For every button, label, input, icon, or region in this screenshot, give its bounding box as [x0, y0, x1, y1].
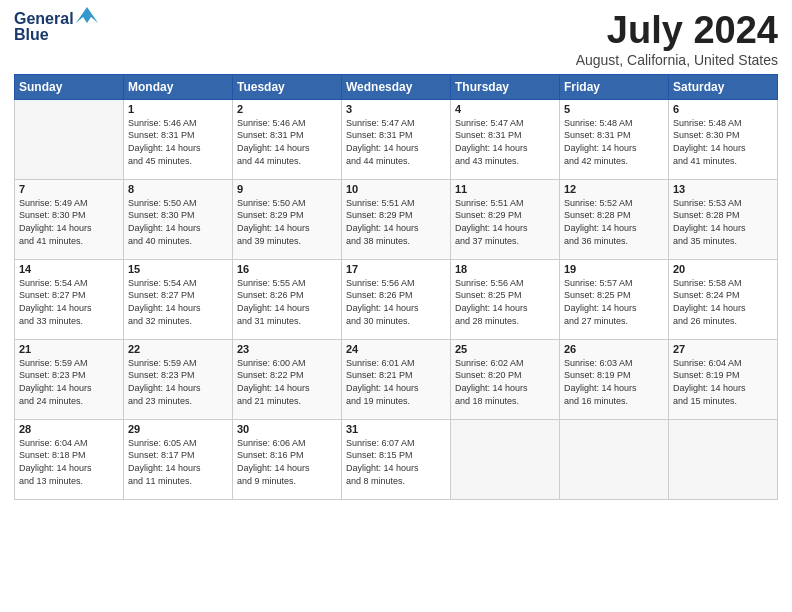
day-number: 15 [128, 263, 228, 275]
day-number: 21 [19, 343, 119, 355]
calendar-cell: 30Sunrise: 6:06 AMSunset: 8:16 PMDayligh… [233, 419, 342, 499]
day-number: 23 [237, 343, 337, 355]
calendar-cell: 6Sunrise: 5:48 AMSunset: 8:30 PMDaylight… [669, 99, 778, 179]
day-info: Sunrise: 5:59 AMSunset: 8:23 PMDaylight:… [128, 357, 228, 407]
logo-bird-icon [76, 7, 98, 23]
calendar-cell: 11Sunrise: 5:51 AMSunset: 8:29 PMDayligh… [451, 179, 560, 259]
day-number: 9 [237, 183, 337, 195]
day-number: 2 [237, 103, 337, 115]
day-number: 4 [455, 103, 555, 115]
calendar-cell: 19Sunrise: 5:57 AMSunset: 8:25 PMDayligh… [560, 259, 669, 339]
calendar-table: Sunday Monday Tuesday Wednesday Thursday… [14, 74, 778, 500]
day-info: Sunrise: 5:51 AMSunset: 8:29 PMDaylight:… [346, 197, 446, 247]
calendar-cell: 27Sunrise: 6:04 AMSunset: 8:19 PMDayligh… [669, 339, 778, 419]
calendar-cell: 23Sunrise: 6:00 AMSunset: 8:22 PMDayligh… [233, 339, 342, 419]
day-info: Sunrise: 5:54 AMSunset: 8:27 PMDaylight:… [128, 277, 228, 327]
calendar-cell: 17Sunrise: 5:56 AMSunset: 8:26 PMDayligh… [342, 259, 451, 339]
calendar-week-3: 14Sunrise: 5:54 AMSunset: 8:27 PMDayligh… [15, 259, 778, 339]
day-info: Sunrise: 5:50 AMSunset: 8:30 PMDaylight:… [128, 197, 228, 247]
calendar-cell: 12Sunrise: 5:52 AMSunset: 8:28 PMDayligh… [560, 179, 669, 259]
day-number: 27 [673, 343, 773, 355]
day-number: 1 [128, 103, 228, 115]
day-info: Sunrise: 6:07 AMSunset: 8:15 PMDaylight:… [346, 437, 446, 487]
day-info: Sunrise: 6:06 AMSunset: 8:16 PMDaylight:… [237, 437, 337, 487]
day-number: 8 [128, 183, 228, 195]
calendar-cell: 14Sunrise: 5:54 AMSunset: 8:27 PMDayligh… [15, 259, 124, 339]
calendar-cell: 24Sunrise: 6:01 AMSunset: 8:21 PMDayligh… [342, 339, 451, 419]
day-number: 17 [346, 263, 446, 275]
svg-marker-0 [76, 7, 98, 23]
day-number: 3 [346, 103, 446, 115]
day-info: Sunrise: 5:48 AMSunset: 8:30 PMDaylight:… [673, 117, 773, 167]
col-friday: Friday [560, 74, 669, 99]
calendar-cell: 8Sunrise: 5:50 AMSunset: 8:30 PMDaylight… [124, 179, 233, 259]
calendar-cell: 4Sunrise: 5:47 AMSunset: 8:31 PMDaylight… [451, 99, 560, 179]
calendar-week-4: 21Sunrise: 5:59 AMSunset: 8:23 PMDayligh… [15, 339, 778, 419]
calendar-cell: 1Sunrise: 5:46 AMSunset: 8:31 PMDaylight… [124, 99, 233, 179]
day-number: 28 [19, 423, 119, 435]
day-info: Sunrise: 5:56 AMSunset: 8:25 PMDaylight:… [455, 277, 555, 327]
calendar-cell: 15Sunrise: 5:54 AMSunset: 8:27 PMDayligh… [124, 259, 233, 339]
calendar-cell: 31Sunrise: 6:07 AMSunset: 8:15 PMDayligh… [342, 419, 451, 499]
day-info: Sunrise: 6:01 AMSunset: 8:21 PMDaylight:… [346, 357, 446, 407]
day-number: 25 [455, 343, 555, 355]
day-info: Sunrise: 5:53 AMSunset: 8:28 PMDaylight:… [673, 197, 773, 247]
day-number: 6 [673, 103, 773, 115]
day-number: 11 [455, 183, 555, 195]
col-monday: Monday [124, 74, 233, 99]
day-info: Sunrise: 5:52 AMSunset: 8:28 PMDaylight:… [564, 197, 664, 247]
day-number: 12 [564, 183, 664, 195]
calendar-cell: 26Sunrise: 6:03 AMSunset: 8:19 PMDayligh… [560, 339, 669, 419]
calendar-cell: 13Sunrise: 5:53 AMSunset: 8:28 PMDayligh… [669, 179, 778, 259]
day-info: Sunrise: 5:58 AMSunset: 8:24 PMDaylight:… [673, 277, 773, 327]
col-tuesday: Tuesday [233, 74, 342, 99]
calendar-cell [560, 419, 669, 499]
day-info: Sunrise: 6:05 AMSunset: 8:17 PMDaylight:… [128, 437, 228, 487]
calendar-cell [669, 419, 778, 499]
day-info: Sunrise: 5:49 AMSunset: 8:30 PMDaylight:… [19, 197, 119, 247]
col-sunday: Sunday [15, 74, 124, 99]
day-number: 30 [237, 423, 337, 435]
day-info: Sunrise: 5:59 AMSunset: 8:23 PMDaylight:… [19, 357, 119, 407]
col-saturday: Saturday [669, 74, 778, 99]
calendar-cell: 18Sunrise: 5:56 AMSunset: 8:25 PMDayligh… [451, 259, 560, 339]
day-number: 16 [237, 263, 337, 275]
day-number: 18 [455, 263, 555, 275]
day-info: Sunrise: 5:56 AMSunset: 8:26 PMDaylight:… [346, 277, 446, 327]
day-info: Sunrise: 5:47 AMSunset: 8:31 PMDaylight:… [455, 117, 555, 167]
day-number: 31 [346, 423, 446, 435]
day-info: Sunrise: 5:51 AMSunset: 8:29 PMDaylight:… [455, 197, 555, 247]
day-number: 20 [673, 263, 773, 275]
calendar-cell: 3Sunrise: 5:47 AMSunset: 8:31 PMDaylight… [342, 99, 451, 179]
calendar-cell: 28Sunrise: 6:04 AMSunset: 8:18 PMDayligh… [15, 419, 124, 499]
day-number: 24 [346, 343, 446, 355]
day-number: 13 [673, 183, 773, 195]
calendar-cell: 29Sunrise: 6:05 AMSunset: 8:17 PMDayligh… [124, 419, 233, 499]
day-number: 5 [564, 103, 664, 115]
calendar-cell: 25Sunrise: 6:02 AMSunset: 8:20 PMDayligh… [451, 339, 560, 419]
day-info: Sunrise: 6:00 AMSunset: 8:22 PMDaylight:… [237, 357, 337, 407]
col-thursday: Thursday [451, 74, 560, 99]
location: August, California, United States [576, 52, 778, 68]
calendar-cell [15, 99, 124, 179]
calendar-cell: 16Sunrise: 5:55 AMSunset: 8:26 PMDayligh… [233, 259, 342, 339]
calendar-cell: 2Sunrise: 5:46 AMSunset: 8:31 PMDaylight… [233, 99, 342, 179]
calendar-cell: 10Sunrise: 5:51 AMSunset: 8:29 PMDayligh… [342, 179, 451, 259]
month-title: July 2024 [576, 10, 778, 52]
col-wednesday: Wednesday [342, 74, 451, 99]
day-info: Sunrise: 5:46 AMSunset: 8:31 PMDaylight:… [237, 117, 337, 167]
calendar-cell: 9Sunrise: 5:50 AMSunset: 8:29 PMDaylight… [233, 179, 342, 259]
calendar-cell: 7Sunrise: 5:49 AMSunset: 8:30 PMDaylight… [15, 179, 124, 259]
header: General Blue July 2024 August, Californi… [14, 10, 778, 68]
day-info: Sunrise: 5:48 AMSunset: 8:31 PMDaylight:… [564, 117, 664, 167]
day-info: Sunrise: 6:04 AMSunset: 8:18 PMDaylight:… [19, 437, 119, 487]
logo-blue: Blue [14, 26, 49, 44]
day-info: Sunrise: 5:54 AMSunset: 8:27 PMDaylight:… [19, 277, 119, 327]
calendar-week-2: 7Sunrise: 5:49 AMSunset: 8:30 PMDaylight… [15, 179, 778, 259]
title-section: July 2024 August, California, United Sta… [576, 10, 778, 68]
day-number: 7 [19, 183, 119, 195]
logo: General Blue [14, 10, 98, 44]
day-number: 14 [19, 263, 119, 275]
day-info: Sunrise: 6:03 AMSunset: 8:19 PMDaylight:… [564, 357, 664, 407]
day-info: Sunrise: 6:02 AMSunset: 8:20 PMDaylight:… [455, 357, 555, 407]
